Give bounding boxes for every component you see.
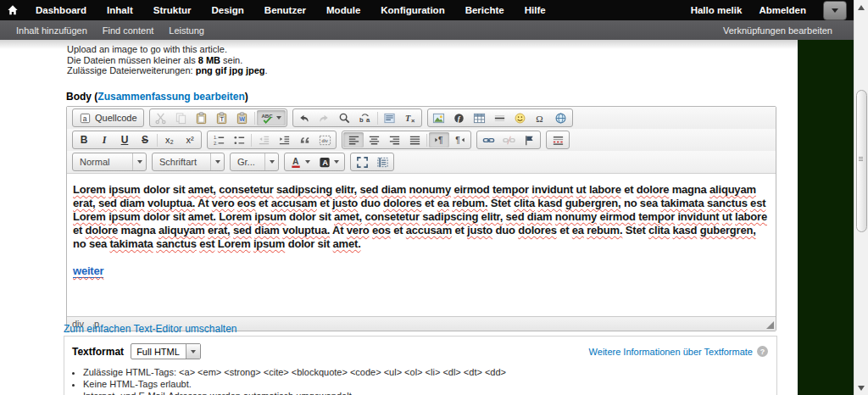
align-right-button[interactable] <box>384 132 404 147</box>
spellcheck-button[interactable]: ABC <box>257 110 286 125</box>
scrollbar-grip-icon <box>859 157 863 161</box>
find-button[interactable] <box>335 110 355 125</box>
weiter-link[interactable]: weiter <box>73 264 103 278</box>
copy-icon <box>175 112 187 125</box>
text-color-button[interactable]: A <box>286 154 314 170</box>
edit-shortcuts-link[interactable]: Verknüpfungen bearbeiten <box>715 25 840 36</box>
background-color-button[interactable]: A <box>314 154 343 170</box>
subscript-button[interactable]: x₂ <box>159 132 180 147</box>
italic-button[interactable]: I <box>94 132 114 147</box>
superscript-button[interactable]: x² <box>180 132 200 147</box>
replace-button[interactable]: ba <box>355 110 376 125</box>
smiley-button[interactable] <box>510 110 531 125</box>
menu-item-benutzer[interactable]: Benutzer <box>254 0 316 20</box>
indent-button[interactable] <box>274 132 294 147</box>
help-icon[interactable]: ? <box>757 346 768 357</box>
shortcut-leistung[interactable]: Leistung <box>161 25 212 36</box>
unlink-button[interactable] <box>498 132 519 147</box>
text-format-info-link[interactable]: Weitere Informationen über Textformate <box>589 347 753 357</box>
edit-summary-link[interactable]: Zusammenfassung bearbeiten <box>97 91 244 103</box>
toolgroup-paragraph: 1.2. div <box>207 131 337 149</box>
bulleted-list-icon <box>233 134 246 147</box>
bulleted-list-button[interactable] <box>229 132 249 147</box>
undo-button[interactable] <box>294 110 314 125</box>
align-left-icon <box>348 134 360 147</box>
scroll-up-arrow-icon[interactable] <box>858 5 865 10</box>
redo-button[interactable] <box>314 110 335 125</box>
bold-button[interactable]: B <box>74 132 94 147</box>
outdent-button[interactable] <box>253 132 274 147</box>
align-center-button[interactable] <box>364 132 384 147</box>
link-button[interactable] <box>478 132 498 147</box>
numbered-list-button[interactable]: 1.2. <box>209 132 229 147</box>
image-button[interactable] <box>429 110 449 125</box>
cut-icon <box>154 112 167 125</box>
menu-item-module[interactable]: Module <box>316 0 370 20</box>
menu-item-inhalt[interactable]: Inhalt <box>97 0 143 20</box>
svg-text:a: a <box>366 116 370 124</box>
toolgroup-editing: ba T× <box>292 108 422 127</box>
smiley-icon <box>514 112 526 125</box>
paste-from-word-button[interactable]: W <box>232 110 253 125</box>
text-format-select[interactable]: Full HTML <box>131 343 201 359</box>
align-right-icon <box>388 134 401 147</box>
flash-button[interactable]: f <box>449 110 470 125</box>
iframe-button[interactable] <box>551 110 571 125</box>
editor-content-area[interactable]: Lorem ipsum dolor sit amet, consetetur s… <box>67 174 776 316</box>
shortcut-bar: Inhalt hinzufügen Find content Leistung … <box>0 20 854 40</box>
source-button[interactable]: a Quellcode <box>74 110 142 125</box>
size-combo[interactable]: Gr... <box>230 153 279 171</box>
upload-description: Upload an image to go with this article.… <box>67 44 268 76</box>
select-all-button[interactable] <box>380 110 400 125</box>
horizontal-rule-button[interactable] <box>490 110 510 125</box>
paste-plain-text-button[interactable]: T <box>212 110 232 125</box>
format-combo[interactable]: Normal <box>72 153 147 171</box>
toolgroup-tools <box>350 153 394 171</box>
maximize-button[interactable] <box>352 154 372 170</box>
menu-item-berichte[interactable]: Berichte <box>455 0 515 20</box>
font-combo[interactable]: Schriftart <box>152 153 225 171</box>
upload-line-3: Zulässige Dateierweiterungen: png gif jp… <box>67 65 268 76</box>
teaser-break-button[interactable] <box>548 132 568 147</box>
anchor-button[interactable] <box>519 132 539 147</box>
toolgroup-source: a Quellcode <box>72 108 144 127</box>
text-direction-rtl-button[interactable]: ¶ <box>449 132 470 147</box>
text-format-label: Textformat <box>72 346 124 358</box>
body-field-label: Body (Zusammenfassung bearbeiten) <box>66 91 248 103</box>
link-icon <box>482 134 495 147</box>
scroll-down-arrow-icon[interactable] <box>858 386 865 391</box>
menu-item-konfiguration[interactable]: Konfiguration <box>370 0 454 20</box>
flash-icon: f <box>453 112 465 125</box>
table-button[interactable] <box>470 110 490 125</box>
justify-button[interactable] <box>404 132 425 147</box>
special-char-button[interactable]: Ω <box>531 110 551 125</box>
shortcut-add-content[interactable]: Inhalt hinzufügen <box>8 25 95 36</box>
show-blocks-button[interactable] <box>372 154 392 170</box>
align-left-button[interactable] <box>343 132 364 147</box>
wysiwyg-editor: a Quellcode T W ABC ba T× <box>66 106 776 331</box>
format-tip: Internet- und E-Mail-Adressen werden aut… <box>83 391 776 395</box>
chevron-down-icon <box>191 350 196 353</box>
text-direction-ltr-button[interactable]: ¶ <box>429 132 449 147</box>
scrollbar-thumb[interactable] <box>856 90 867 232</box>
toolbar-toggle-button[interactable] <box>823 1 847 20</box>
remove-format-button[interactable]: T× <box>400 110 420 125</box>
shortcut-find-content[interactable]: Find content <box>95 25 162 36</box>
blockquote-button[interactable] <box>294 132 314 147</box>
copy-button[interactable] <box>171 110 192 125</box>
switch-plain-editor-link[interactable]: Zum einfachen Text-Editor umschalten <box>64 323 237 335</box>
menu-item-hilfe[interactable]: Hilfe <box>515 0 556 20</box>
div-container-button[interactable]: div <box>314 132 335 147</box>
strikethrough-button[interactable]: S <box>135 132 155 147</box>
underline-button[interactable]: U <box>114 132 135 147</box>
home-icon[interactable] <box>0 4 25 16</box>
menu-item-struktur[interactable]: Struktur <box>143 0 202 20</box>
menu-item-dashboard[interactable]: Dashboard <box>25 0 97 20</box>
special-char-icon: Ω <box>534 112 547 125</box>
paste-button[interactable] <box>192 110 212 125</box>
vertical-scrollbar[interactable] <box>854 0 868 395</box>
cut-button[interactable] <box>151 110 171 125</box>
menu-item-design[interactable]: Design <box>201 0 253 20</box>
logout-link[interactable]: Abmelden <box>759 0 806 20</box>
resize-handle[interactable] <box>766 321 774 329</box>
